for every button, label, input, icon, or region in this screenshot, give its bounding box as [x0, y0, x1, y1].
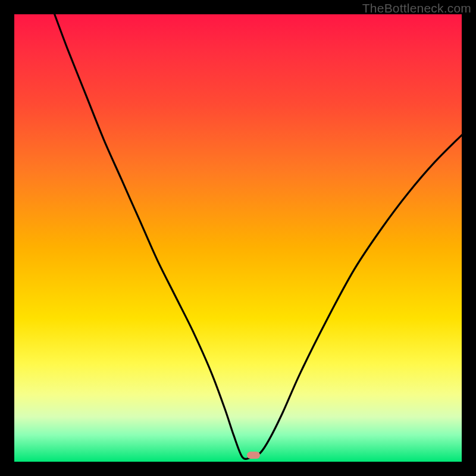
- bottleneck-curve: [14, 14, 462, 462]
- watermark-text: TheBottleneck.com: [362, 1, 471, 15]
- chart-frame: TheBottleneck.com: [0, 0, 476, 476]
- minimum-marker: [247, 452, 260, 459]
- plot-area: [14, 14, 462, 462]
